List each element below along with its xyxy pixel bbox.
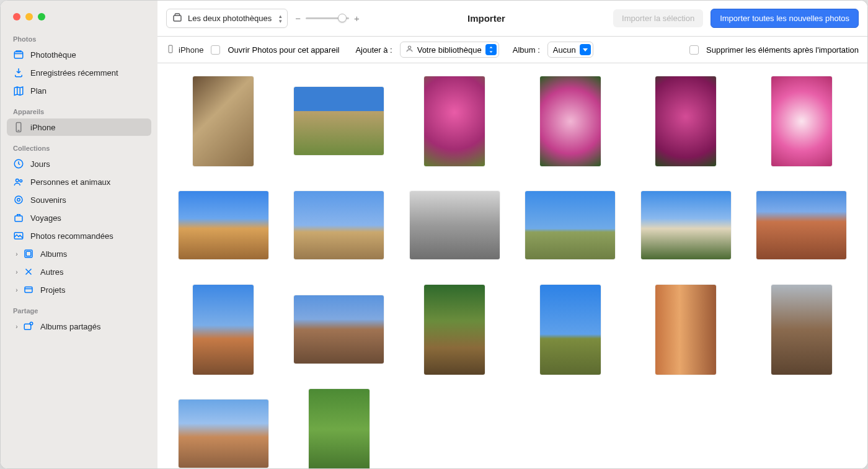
import-all-new-button[interactable]: Importer toutes les nouvelles photos xyxy=(711,9,859,28)
clock-icon xyxy=(13,158,24,169)
thumbnail-grid xyxy=(157,63,867,468)
device-indicator: iPhone xyxy=(166,43,203,56)
library-icon xyxy=(13,49,24,60)
photo-thumbnail[interactable] xyxy=(540,285,601,375)
sidebar-item-albums[interactable]: › Albums xyxy=(7,245,151,262)
main-content: Les deux photothèques ▴▾ − + Importer Im… xyxy=(157,1,867,468)
photo-thumbnail[interactable] xyxy=(641,191,731,259)
photo-thumbnail[interactable] xyxy=(193,285,254,375)
slider-knob[interactable] xyxy=(338,14,347,22)
sidebar-item-label: Autres xyxy=(40,267,64,277)
device-name: iPhone xyxy=(179,45,203,55)
photo-thumbnail[interactable] xyxy=(309,389,370,469)
chevron-right-icon[interactable]: › xyxy=(13,251,20,257)
sidebar-item-label: Projets xyxy=(40,285,65,295)
photo-thumbnail[interactable] xyxy=(193,76,254,166)
photo-thumbnail[interactable] xyxy=(179,191,268,259)
zoom-control: − + xyxy=(295,13,360,24)
thumbnail-cell[interactable] xyxy=(632,179,740,272)
thumbnail-cell[interactable] xyxy=(748,179,856,272)
thumbnail-cell[interactable] xyxy=(170,283,277,376)
sidebar-item-other[interactable]: › Autres xyxy=(7,263,151,280)
library-dropdown[interactable]: Les deux photothèques ▴▾ xyxy=(166,9,288,28)
page-title: Importer xyxy=(367,13,606,24)
zoom-in-icon[interactable]: + xyxy=(354,13,360,24)
sidebar-item-map[interactable]: Plan xyxy=(7,82,151,99)
import-options-bar: iPhone Ouvrir Photos pour cet appareil A… xyxy=(157,37,867,63)
photo-thumbnail[interactable] xyxy=(424,285,485,375)
thumbnail-cell[interactable] xyxy=(632,74,740,168)
thumbnail-cell[interactable] xyxy=(286,179,393,272)
sidebar-item-people[interactable]: Personnes et animaux xyxy=(7,173,151,190)
thumbnail-cell[interactable] xyxy=(401,283,508,376)
album-select[interactable]: Aucun xyxy=(547,42,593,58)
thumbnail-cell[interactable] xyxy=(401,179,508,272)
sidebar-item-featured[interactable]: Photos recommandées xyxy=(7,227,151,244)
thumbnail-cell[interactable] xyxy=(401,74,508,168)
chevron-right-icon[interactable]: › xyxy=(13,323,20,330)
thumbnail-cell[interactable] xyxy=(170,387,277,468)
sidebar-item-days[interactable]: Jours xyxy=(7,155,151,172)
thumbnail-cell[interactable] xyxy=(286,387,393,468)
svg-rect-14 xyxy=(24,324,31,329)
sidebar-item-projects[interactable]: › Projets xyxy=(7,281,151,298)
photo-thumbnail[interactable] xyxy=(410,191,500,259)
photo-thumbnail[interactable] xyxy=(179,400,268,468)
delete-after-checkbox[interactable] xyxy=(689,45,699,55)
open-for-device-checkbox[interactable] xyxy=(211,45,220,55)
sidebar: Photos Photothèque Enregistrées récemmen… xyxy=(1,1,157,468)
suitcase-icon xyxy=(13,212,24,223)
album-icon xyxy=(23,248,34,259)
sidebar-item-memories[interactable]: Souvenirs xyxy=(7,191,151,208)
photo-thumbnail[interactable] xyxy=(756,191,846,259)
sidebar-item-label: Souvenirs xyxy=(30,195,66,205)
thumbnail-cell[interactable] xyxy=(748,283,856,376)
phone-icon xyxy=(166,43,175,56)
souvenirs-icon xyxy=(13,194,24,205)
shared-icon xyxy=(23,321,34,332)
photo-thumbnail[interactable] xyxy=(294,295,384,364)
download-icon xyxy=(13,67,24,78)
thumbnail-cell[interactable] xyxy=(632,283,740,376)
chevron-right-icon[interactable]: › xyxy=(13,287,20,293)
thumbnail-cell[interactable] xyxy=(517,179,624,272)
import-selection-button[interactable]: Importer la sélection xyxy=(613,9,703,27)
sidebar-item-trips[interactable]: Voyages xyxy=(7,209,151,226)
sidebar-item-iphone[interactable]: iPhone xyxy=(7,118,151,136)
sidebar-item-label: Photos recommandées xyxy=(30,231,113,241)
thumbnail-cell[interactable] xyxy=(517,74,624,168)
thumbnail-cell[interactable] xyxy=(170,74,277,168)
svg-point-5 xyxy=(20,180,22,182)
sidebar-item-library[interactable]: Photothèque xyxy=(7,46,151,63)
photo-thumbnail[interactable] xyxy=(525,191,615,259)
thumbnail-scroll-area[interactable] xyxy=(157,63,867,468)
close-icon[interactable] xyxy=(13,13,20,20)
photo-thumbnail[interactable] xyxy=(294,191,384,259)
svg-rect-12 xyxy=(25,287,32,293)
thumbnail-cell[interactable] xyxy=(286,283,393,376)
map-icon xyxy=(13,85,24,96)
sidebar-section-collections: Collections xyxy=(1,141,157,154)
zoom-out-icon[interactable]: − xyxy=(295,13,301,24)
photo-thumbnail[interactable] xyxy=(424,76,485,166)
photo-thumbnail[interactable] xyxy=(655,285,716,375)
thumbnail-cell[interactable] xyxy=(170,179,277,272)
chevron-right-icon[interactable]: › xyxy=(13,269,20,275)
photo-thumbnail[interactable] xyxy=(540,76,601,166)
library-stack-icon xyxy=(172,12,183,25)
sidebar-item-recent[interactable]: Enregistrées récemment xyxy=(7,64,151,81)
photo-thumbnail[interactable] xyxy=(294,87,384,155)
photo-thumbnail[interactable] xyxy=(771,76,832,166)
sidebar-item-shared-albums[interactable]: › Albums partagés xyxy=(7,318,151,335)
minimize-icon[interactable] xyxy=(25,13,33,20)
zoom-icon[interactable] xyxy=(38,13,45,20)
thumbnail-cell[interactable] xyxy=(517,283,624,376)
sidebar-item-label: Plan xyxy=(30,86,46,96)
sidebar-section-photos: Photos xyxy=(1,32,157,45)
zoom-slider[interactable] xyxy=(306,17,349,19)
thumbnail-cell[interactable] xyxy=(748,74,856,168)
photo-thumbnail[interactable] xyxy=(655,76,716,166)
thumbnail-cell[interactable] xyxy=(286,74,393,168)
add-to-select[interactable]: Votre bibliothèque xyxy=(400,42,499,58)
photo-thumbnail[interactable] xyxy=(771,285,832,375)
